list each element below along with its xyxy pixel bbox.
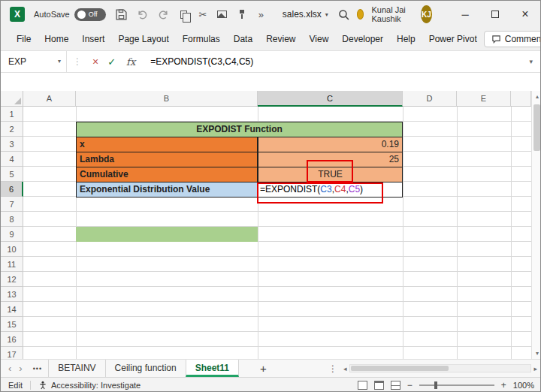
row-header-17[interactable]: 17 xyxy=(1,347,23,359)
cell-B6[interactable]: Exponential Distribution Value xyxy=(76,182,258,198)
accessibility-status[interactable]: Accessibility: Investigate xyxy=(38,381,141,390)
row-header-8[interactable]: 8 xyxy=(1,212,23,227)
sheet-tab-bar: ‹ › ••• BETAINVCeiling functionSheet11 +… xyxy=(1,359,540,377)
select-all-corner[interactable] xyxy=(1,91,23,107)
column-header-e[interactable]: E xyxy=(457,91,511,107)
zoom-percent[interactable]: 100% xyxy=(513,381,534,390)
sheet-tab-sheet11[interactable]: Sheet11 xyxy=(186,360,239,377)
column-headers: ABCDE xyxy=(1,91,531,107)
zoom-out-icon[interactable]: − xyxy=(407,380,413,390)
row-header-9[interactable]: 9 xyxy=(1,227,23,242)
horizontal-scrollbar[interactable]: ◂ ▸ xyxy=(343,364,537,372)
comments-button[interactable]: Comments xyxy=(484,31,541,47)
all-sheets-icon[interactable]: ••• xyxy=(33,365,42,372)
user-name[interactable]: Kunal Jai Kaushik xyxy=(371,5,413,23)
menu-tab-review[interactable]: Review xyxy=(259,28,302,50)
cell-C3[interactable]: 0.19 xyxy=(258,137,403,152)
document-title[interactable]: sales.xlsx ▾ xyxy=(283,9,328,20)
cancel-entry-icon[interactable]: × xyxy=(92,56,98,68)
row-header-4[interactable]: 4 xyxy=(1,152,23,167)
redo-icon[interactable] xyxy=(158,8,169,21)
column-header-a[interactable]: A xyxy=(23,91,76,107)
menu-tab-power-pivot[interactable]: Power Pivot xyxy=(422,28,484,50)
column-header-b[interactable]: B xyxy=(76,91,258,107)
menu-tab-page-layout[interactable]: Page Layout xyxy=(111,28,175,50)
formula-bar-resize-handle[interactable]: ⋮ xyxy=(73,56,82,67)
new-sheet-icon[interactable]: + xyxy=(260,362,267,375)
menu-tab-file[interactable]: File xyxy=(10,28,38,50)
minimize-button[interactable]: ─ xyxy=(450,1,480,28)
search-icon[interactable] xyxy=(338,8,349,21)
page-break-view-icon[interactable] xyxy=(391,381,400,390)
sheet-tab-ceiling-function[interactable]: Ceiling function xyxy=(105,360,186,377)
row-header-3[interactable]: 3 xyxy=(1,137,23,152)
scroll-up-icon[interactable]: ▴ xyxy=(532,91,541,102)
page-layout-view-icon[interactable] xyxy=(374,381,384,390)
autosave-switch[interactable]: Off xyxy=(74,8,106,21)
next-sheet-icon[interactable]: › xyxy=(19,363,22,374)
row-header-12[interactable]: 12 xyxy=(1,272,23,287)
insert-function-icon[interactable]: fx xyxy=(126,56,135,68)
menu-tab-home[interactable]: Home xyxy=(38,28,75,50)
horizontal-scrollbar-track[interactable] xyxy=(349,364,532,372)
zoom-slider[interactable] xyxy=(419,384,494,386)
vertical-scrollbar-thumb[interactable] xyxy=(533,104,540,151)
copy-icon[interactable] xyxy=(179,8,189,21)
vertical-scrollbar[interactable]: ▴ ▾ xyxy=(531,91,541,359)
excel-logo-icon[interactable]: X xyxy=(10,7,25,22)
avatar[interactable]: KJ xyxy=(421,5,432,23)
row-header-2[interactable]: 2 xyxy=(1,122,23,137)
ribbon-tabs: FileHomeInsertPage LayoutFormulasDataRev… xyxy=(1,28,484,50)
cell-B4[interactable]: Lambda xyxy=(76,152,258,167)
normal-view-icon[interactable] xyxy=(358,381,367,390)
menu-tab-help[interactable]: Help xyxy=(390,28,422,50)
column-header-d[interactable]: D xyxy=(403,91,457,107)
excel-window: X AutoSave Off ✂ » sales.xlsx ▾ xyxy=(0,0,541,392)
row-header-13[interactable]: 13 xyxy=(1,287,23,302)
formula-input[interactable]: =EXPONDIST(C3,C4,C5) xyxy=(150,56,253,67)
previous-sheet-icon[interactable]: ‹ xyxy=(8,363,11,374)
row-header-10[interactable]: 10 xyxy=(1,242,23,257)
row-header-6[interactable]: 6 xyxy=(1,182,23,197)
save-icon[interactable] xyxy=(116,8,127,21)
confirm-entry-icon[interactable]: ✓ xyxy=(107,56,116,68)
horizontal-scrollbar-thumb[interactable] xyxy=(351,366,449,371)
scroll-right-icon[interactable]: ▸ xyxy=(533,365,537,372)
menu-tab-formulas[interactable]: Formulas xyxy=(176,28,227,50)
row-header-5[interactable]: 5 xyxy=(1,167,23,182)
row-header-16[interactable]: 16 xyxy=(1,332,23,347)
row-header-11[interactable]: 11 xyxy=(1,257,23,272)
scroll-left-icon[interactable]: ◂ xyxy=(343,365,347,372)
comments-label: Comments xyxy=(505,34,541,44)
column-header-f[interactable] xyxy=(511,91,531,107)
cell-B3[interactable]: x xyxy=(76,137,258,152)
zoom-slider-thumb[interactable] xyxy=(434,381,437,389)
row-header-1[interactable]: 1 xyxy=(1,107,23,122)
more-commands-icon[interactable]: » xyxy=(256,8,266,21)
menu-tab-view[interactable]: View xyxy=(303,28,336,50)
undo-icon[interactable] xyxy=(137,8,148,21)
scroll-down-icon[interactable]: ▾ xyxy=(532,348,541,359)
menu-tab-data[interactable]: Data xyxy=(227,28,259,50)
row-header-14[interactable]: 14 xyxy=(1,302,23,317)
name-box[interactable]: EXP ▾ xyxy=(1,51,67,72)
picture-icon[interactable] xyxy=(217,8,227,21)
zoom-in-icon[interactable]: + xyxy=(501,380,506,390)
tab-bar-menu-icon[interactable]: ⋮ xyxy=(328,363,337,374)
close-button[interactable]: × xyxy=(510,1,540,28)
row-header-15[interactable]: 15 xyxy=(1,317,23,332)
sheet-tab-betainv[interactable]: BETAINV xyxy=(48,360,104,377)
row-header-7[interactable]: 7 xyxy=(1,197,23,212)
cut-icon[interactable]: ✂ xyxy=(198,8,207,21)
menu-tab-developer[interactable]: Developer xyxy=(335,28,390,50)
expand-formula-bar-icon[interactable]: ▾ xyxy=(529,58,533,65)
format-painter-icon[interactable] xyxy=(237,8,246,21)
cell-B2[interactable]: EXPODIST Function xyxy=(76,122,403,137)
maximize-button[interactable] xyxy=(480,1,510,28)
cell-B9[interactable] xyxy=(76,227,258,242)
column-header-c[interactable]: C xyxy=(258,91,403,107)
autosave-toggle[interactable]: AutoSave Off xyxy=(34,8,106,21)
comment-icon xyxy=(491,35,501,44)
menu-tab-insert[interactable]: Insert xyxy=(75,28,111,50)
cell-B5[interactable]: Cumulative xyxy=(76,167,258,182)
